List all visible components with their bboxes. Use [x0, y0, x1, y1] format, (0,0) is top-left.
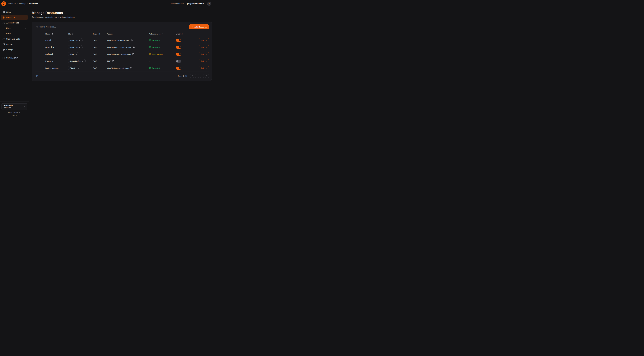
user-email-menu[interactable]: joe@example.com	[187, 2, 204, 5]
sidebar-item-access-control[interactable]: Access Control	[1, 20, 28, 25]
auth-label: Protected	[152, 39, 160, 41]
copy-button[interactable]	[130, 67, 132, 69]
copy-button[interactable]	[133, 46, 135, 48]
sidebar-item-roles[interactable]: Roles	[1, 31, 28, 36]
page-subtitle: Create secure proxies to your private ap…	[32, 16, 212, 18]
sidebar-item-shareable-links[interactable]: Shareable Links	[1, 36, 28, 42]
add-resource-button[interactable]: Add Resource	[189, 24, 209, 29]
prev-page-button[interactable]	[195, 74, 199, 78]
arrow-right-icon	[205, 39, 207, 41]
waypoints-icon	[2, 16, 5, 19]
access-url: https://bitwarden.example.com	[107, 46, 131, 48]
column-header-site[interactable]: Site	[68, 33, 93, 35]
external-link-icon	[82, 60, 84, 62]
copy-icon	[131, 39, 133, 41]
sidebar-divider	[1, 54, 28, 54]
sidebar-item-label: Access Control	[6, 22, 20, 24]
table-toolbar: Add Resource	[35, 24, 209, 29]
sidebar-item-api-keys[interactable]: API Keys	[1, 42, 28, 47]
copy-button[interactable]	[132, 53, 134, 55]
enabled-toggle[interactable]	[176, 39, 181, 42]
auth-cell: Protected	[149, 67, 176, 69]
avatar[interactable]: J	[207, 2, 211, 6]
row-menu-button[interactable]	[36, 39, 39, 42]
site-link[interactable]: Second Office	[68, 59, 86, 63]
search-input[interactable]	[40, 26, 77, 28]
table-row: Bitwarden Home Lab TCP https://bitwarden…	[35, 44, 209, 51]
copy-button[interactable]	[112, 60, 114, 62]
site-link[interactable]: Edge 01	[68, 66, 81, 70]
copy-icon	[112, 60, 114, 62]
ellipsis-icon	[36, 60, 39, 62]
chevron-right-icon	[201, 75, 203, 77]
topbar-right: Documentation joe@example.com J	[171, 2, 211, 6]
first-page-button[interactable]	[190, 74, 194, 78]
table-row: Authentik Office TCP https://authentik.e…	[35, 51, 209, 58]
protocol: TCP	[93, 67, 107, 69]
open-source-link[interactable]: Open Source	[1, 112, 28, 114]
copy-icon	[133, 46, 135, 48]
column-header-access: Access	[107, 33, 149, 35]
sidebar-item-label: Server Admin	[6, 57, 18, 59]
breadcrumb-separator-icon: ›	[27, 2, 28, 5]
copy-button[interactable]	[130, 39, 133, 41]
edit-label: Edit	[201, 53, 204, 55]
sidebar-item-users[interactable]: Users	[1, 26, 28, 31]
sidebar-item-sites[interactable]: Sites	[1, 10, 28, 15]
row-menu-button[interactable]	[36, 67, 39, 70]
documentation-link[interactable]: Documentation	[171, 2, 184, 5]
sidebar-item-settings[interactable]: Settings	[1, 47, 28, 52]
ellipsis-icon	[36, 53, 39, 55]
copy-icon	[132, 53, 134, 55]
key-icon	[2, 43, 5, 46]
column-header-name[interactable]: Name	[46, 33, 68, 35]
org-selector[interactable]: Organization Home Lab	[1, 103, 28, 110]
shield-check-icon	[149, 39, 151, 41]
column-header-protocol: Protocol	[93, 33, 107, 35]
enabled-toggle[interactable]	[176, 46, 181, 49]
sidebar-item-resources[interactable]: Resources	[1, 15, 28, 20]
column-header-enabled: Enabled	[176, 33, 193, 35]
site-name: Second Office	[70, 60, 81, 62]
row-menu-button[interactable]	[36, 46, 39, 48]
auth-cell: Protected	[149, 39, 176, 41]
row-menu-button[interactable]	[36, 53, 39, 56]
page-size-select[interactable]: 20	[35, 74, 43, 78]
breadcrumb-settings[interactable]: settings	[19, 2, 26, 5]
app-logo[interactable]	[1, 1, 6, 6]
edit-button[interactable]: Edit	[199, 59, 209, 63]
enabled-toggle[interactable]	[176, 67, 181, 70]
edit-button[interactable]: Edit	[199, 38, 209, 42]
edit-label: Edit	[201, 46, 204, 48]
site-link[interactable]: Home Lab	[68, 38, 82, 42]
enabled-toggle[interactable]	[176, 53, 181, 56]
edit-button[interactable]: Edit	[199, 45, 209, 49]
link-icon	[2, 38, 5, 40]
next-page-button[interactable]	[200, 74, 204, 78]
arrow-right-icon	[205, 46, 207, 48]
site-name: Edge 01	[70, 67, 76, 69]
sort-icon	[72, 33, 74, 35]
page-size-value: 20	[36, 75, 38, 77]
edit-button[interactable]: Edit	[199, 66, 209, 70]
shield-check-icon	[149, 46, 151, 48]
external-link-icon	[75, 53, 77, 55]
ellipsis-icon	[36, 67, 39, 69]
users-icon	[2, 22, 5, 24]
column-header-authentication[interactable]: Authentication	[149, 33, 176, 35]
row-menu-button[interactable]	[36, 60, 39, 62]
table-row: Postgres Second Office TCP 5432 - Edit	[35, 58, 209, 65]
arrow-right-icon	[205, 60, 207, 62]
last-page-button[interactable]	[205, 74, 209, 78]
access-url: 5432	[107, 60, 111, 62]
breadcrumb-resources[interactable]: resources	[29, 2, 38, 5]
enabled-toggle[interactable]	[176, 60, 181, 63]
site-link[interactable]: Home Lab	[68, 45, 82, 49]
resource-name: Bitwarden	[46, 46, 68, 48]
breadcrumb-home-lab[interactable]: home-lab	[8, 2, 16, 5]
sidebar-item-label: API Keys	[6, 43, 14, 45]
page-info: Page 1 of 1	[178, 75, 188, 77]
site-link[interactable]: Office	[68, 52, 79, 56]
edit-button[interactable]: Edit	[199, 52, 209, 56]
sidebar-item-server-admin[interactable]: Server Admin	[1, 55, 28, 60]
